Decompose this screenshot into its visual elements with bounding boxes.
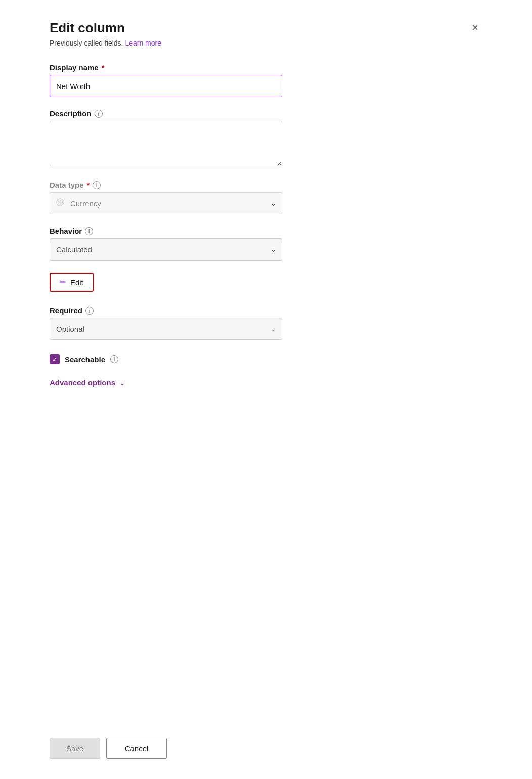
data-type-select-wrapper: Currency ⌄ — [50, 192, 282, 214]
data-type-label: Data type * i — [50, 181, 482, 189]
searchable-checkbox[interactable]: ✓ — [50, 354, 60, 364]
data-type-required-star: * — [87, 181, 90, 189]
behavior-info-icon: i — [85, 227, 93, 235]
advanced-options-row[interactable]: Advanced options ⌄ — [50, 378, 482, 387]
advanced-options-chevron-icon: ⌄ — [119, 379, 125, 387]
learn-more-link[interactable]: Learn more — [125, 39, 161, 47]
advanced-options-label: Advanced options — [50, 378, 115, 387]
description-label: Description i — [50, 109, 482, 118]
display-name-section: Display name * — [50, 63, 482, 97]
required-info-icon: i — [85, 307, 94, 315]
behavior-select-wrapper: Calculated Simple Rollup ⌄ — [50, 238, 282, 261]
check-icon: ✓ — [52, 356, 58, 363]
footer: Save Cancel — [50, 717, 482, 759]
behavior-section: Behavior i Calculated Simple Rollup ⌄ — [50, 227, 482, 261]
searchable-info-icon: i — [110, 355, 118, 363]
required-label: Required i — [50, 306, 482, 315]
panel-title: Edit column — [50, 20, 125, 36]
cancel-button[interactable]: Cancel — [106, 738, 167, 759]
required-section: Required i Optional Business Recommended… — [50, 306, 482, 340]
behavior-label: Behavior i — [50, 227, 482, 235]
required-select[interactable]: Optional Business Recommended Business R… — [50, 318, 282, 340]
panel-title-group: Edit column — [50, 20, 125, 36]
description-section: Description i — [50, 109, 482, 168]
description-input[interactable] — [50, 121, 282, 166]
data-type-select[interactable]: Currency — [50, 192, 282, 214]
required-select-wrapper: Optional Business Recommended Business R… — [50, 318, 282, 340]
advanced-options-section: Advanced options ⌄ — [50, 376, 482, 387]
data-type-section: Data type * i Currency ⌄ — [50, 181, 482, 214]
searchable-label: Searchable — [65, 355, 105, 364]
edit-column-panel: Edit column × Previously called fields. … — [33, 0, 499, 779]
description-info-icon: i — [95, 110, 103, 118]
edit-button-section: ✏ Edit — [50, 273, 482, 294]
required-star: * — [102, 63, 105, 72]
display-name-input[interactable] — [50, 75, 282, 97]
panel-header: Edit column × — [50, 20, 482, 36]
panel-subtitle: Previously called fields. Learn more — [50, 39, 482, 47]
close-button[interactable]: × — [468, 20, 482, 35]
behavior-select[interactable]: Calculated Simple Rollup — [50, 238, 282, 261]
searchable-section: ✓ Searchable i — [50, 352, 482, 364]
save-button[interactable]: Save — [50, 738, 100, 759]
edit-button[interactable]: ✏ Edit — [50, 273, 94, 292]
data-type-info-icon: i — [93, 181, 101, 189]
pencil-icon: ✏ — [60, 278, 66, 287]
display-name-label: Display name * — [50, 63, 482, 72]
searchable-row: ✓ Searchable i — [50, 354, 482, 364]
